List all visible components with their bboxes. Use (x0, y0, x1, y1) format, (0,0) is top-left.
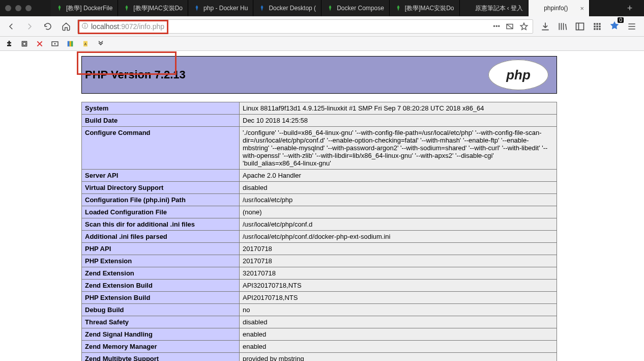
table-row: Zend Signal Handlingenabled (82, 328, 557, 341)
browser-tab[interactable]: php - Docker Hu (188, 0, 253, 16)
svg-rect-7 (599, 25, 600, 27)
info-key: Scan this dir for additional .ini files (82, 218, 240, 231)
info-key: Zend Extension Build (82, 280, 240, 292)
svg-rect-2 (594, 23, 595, 24)
table-row: Debug Buildno (82, 304, 557, 316)
svg-point-14 (54, 43, 56, 44)
info-value: enabled (240, 341, 557, 353)
ext2-icon[interactable] (20, 40, 28, 48)
new-tab-button[interactable]: + (621, 3, 639, 14)
info-key: PHP API (82, 243, 240, 255)
info-value: /usr/local/etc/php/conf.d (240, 218, 557, 231)
svg-rect-5 (594, 25, 595, 27)
url-text: localhost:9072/info.php (91, 22, 164, 31)
info-value: /usr/local/etc/php (240, 194, 557, 206)
tab-favicon-icon (395, 5, 402, 12)
info-value: (none) (240, 206, 557, 218)
page-actions-icon[interactable]: ••• (493, 22, 500, 30)
table-row: SystemLinux 8811af9f13d1 4.9.125-linuxki… (82, 102, 557, 115)
svg-rect-9 (596, 28, 598, 30)
info-key: Server API (82, 170, 240, 182)
tab-label: php - Docker Hu (203, 5, 248, 12)
info-value: 20170718 (240, 255, 557, 267)
window-minimize-icon[interactable] (15, 5, 21, 11)
table-row: Zend Extension320170718 (82, 267, 557, 280)
svg-rect-3 (596, 23, 598, 24)
table-row: Additional .ini files parsed/usr/local/e… (82, 231, 557, 243)
table-row: Zend Memory Managerenabled (82, 341, 557, 353)
tracking-shield-icon[interactable] (505, 22, 514, 31)
info-value: Apache 2.0 Handler (240, 170, 557, 182)
php-logo-text: php (506, 67, 531, 83)
svg-rect-17 (71, 41, 73, 46)
info-key: PHP Extension (82, 255, 240, 267)
browser-tab[interactable]: [教學] DockerFile (51, 0, 118, 16)
browser-tab[interactable]: Docker Compose (321, 0, 390, 16)
page-viewport[interactable]: PHP Version 7.2.13 php SystemLinux 8811a… (0, 51, 644, 361)
phpinfo-container: PHP Version 7.2.13 php SystemLinux 8811a… (81, 56, 557, 361)
table-row: Build DateDec 10 2018 14:25:58 (82, 115, 557, 127)
php-logo: php (488, 60, 548, 90)
site-info-icon[interactable]: ⓘ (82, 22, 88, 31)
address-bar-actions: ••• (493, 22, 529, 31)
svg-rect-4 (599, 23, 600, 24)
table-row: Zend Multibyte Supportprovided by mbstri… (82, 353, 557, 362)
browser-tab[interactable]: phpinfo()× (529, 0, 590, 16)
tab-favicon-icon (123, 5, 130, 12)
ext5-icon[interactable] (66, 40, 74, 48)
home-button[interactable] (59, 19, 73, 34)
info-key: Configure Command (82, 127, 240, 170)
tab-favicon-icon (193, 5, 200, 12)
ext1-icon[interactable] (5, 40, 13, 48)
bookmark-star-icon[interactable] (519, 22, 529, 31)
tab-label: phpinfo() (544, 5, 568, 12)
tab-label: Docker Compose (337, 5, 384, 12)
sidebar-icon[interactable] (575, 21, 585, 32)
ext6-icon[interactable]: A (81, 40, 90, 48)
info-value: API320170718,NTS (240, 280, 557, 292)
phpinfo-table: SystemLinux 8811af9f13d1 4.9.125-linuxki… (81, 102, 557, 361)
browser-tab[interactable]: 原憲筆記本 ‹ 登入 (460, 0, 529, 16)
back-button[interactable] (4, 19, 18, 34)
browser-tab[interactable]: Docker Desktop ( (253, 0, 321, 16)
table-row: PHP Extension BuildAPI20170718,NTS (82, 292, 557, 304)
tab-close-icon[interactable]: × (580, 5, 584, 12)
phpinfo-header: PHP Version 7.2.13 php (81, 56, 557, 94)
info-value: disabled (240, 182, 557, 194)
window-zoom-icon[interactable] (25, 5, 32, 11)
address-bar[interactable]: ⓘ localhost:9072/info.php ••• (77, 19, 533, 34)
overflow-chevron-icon[interactable] (97, 40, 105, 48)
info-key: Thread Safety (82, 316, 240, 328)
info-value: no (240, 304, 557, 316)
tab-favicon-icon (258, 5, 266, 12)
table-row: Loaded Configuration File(none) (82, 206, 557, 218)
svg-rect-8 (594, 28, 595, 30)
tab-favicon-icon (56, 5, 63, 12)
menu-icon[interactable] (627, 21, 637, 32)
apps-icon[interactable] (592, 21, 602, 32)
forward-button[interactable] (22, 19, 37, 34)
svg-rect-15 (68, 41, 70, 46)
reload-button[interactable] (41, 19, 55, 34)
table-row: PHP API20170718 (82, 243, 557, 255)
svg-text:A: A (84, 42, 87, 45)
info-key: Zend Extension (82, 267, 240, 280)
info-key: Loaded Configuration File (82, 206, 240, 218)
table-row: Zend Extension BuildAPI320170718,NTS (82, 280, 557, 292)
extension-icon[interactable]: 0 (609, 20, 620, 32)
info-value: disabled (240, 316, 557, 328)
info-key: Zend Multibyte Support (82, 353, 240, 362)
tab-favicon-icon (534, 5, 541, 12)
tab-label: [教學] DockerFile (66, 4, 112, 13)
ext4-icon[interactable] (51, 40, 59, 48)
info-key: Debug Build (82, 304, 240, 316)
library-icon[interactable] (558, 21, 568, 32)
browser-tab[interactable]: [教學]MAC安裝Do (390, 0, 460, 16)
table-row: Thread Safetydisabled (82, 316, 557, 328)
info-value: enabled (240, 328, 557, 341)
window-close-icon[interactable] (5, 5, 11, 11)
tab-favicon-icon (465, 5, 472, 12)
browser-tab[interactable]: [教學]MAC安裝Do (118, 0, 188, 16)
ext3-icon[interactable] (36, 40, 44, 48)
downloads-icon[interactable] (540, 21, 550, 32)
